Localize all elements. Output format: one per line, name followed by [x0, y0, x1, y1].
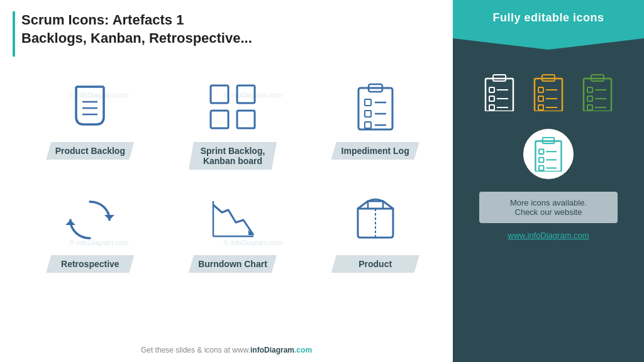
impediment-log-label: Impediment Log — [331, 142, 419, 160]
footer: Get these slides & icons at www.infoDiag… — [141, 346, 312, 354]
sidebar-banner: Fully editable icons — [453, 0, 644, 38]
svg-rect-44 — [587, 96, 592, 101]
icon-cell-sprint-backlog: Sprint Backlog, Kanban board — [162, 75, 304, 170]
page-title-line1: Scrum Icons: Artefacts 1 — [21, 11, 252, 30]
svg-rect-6 — [211, 111, 228, 128]
product-backlog-label: Product Backlog — [46, 142, 134, 160]
sidebar-icon-orange — [530, 71, 567, 114]
svg-rect-4 — [211, 85, 228, 103]
svg-rect-14 — [365, 122, 371, 128]
more-icons-text: More icons available. Check our website — [479, 192, 618, 223]
svg-rect-30 — [489, 105, 494, 110]
sidebar-link[interactable]: www.infoDiagram.com — [508, 231, 589, 240]
svg-rect-26 — [489, 87, 494, 92]
product-icon — [344, 189, 407, 251]
svg-marker-17 — [65, 220, 75, 225]
sidebar: Fully editable icons — [453, 0, 644, 362]
sprint-backlog-icon — [201, 75, 264, 138]
retrospective-label: Retrospective — [46, 255, 134, 273]
icon-cell-burndown: Burndown Chart — [162, 189, 304, 273]
burndown-icon — [201, 189, 264, 251]
svg-rect-10 — [365, 99, 371, 106]
svg-rect-7 — [237, 111, 255, 128]
svg-rect-36 — [538, 96, 543, 101]
product-backlog-icon — [58, 75, 121, 138]
icon-cell-product: Product — [304, 189, 447, 273]
svg-rect-46 — [587, 105, 592, 110]
svg-rect-34 — [538, 87, 543, 92]
sidebar-icon-white — [480, 71, 518, 114]
product-label: Product — [331, 255, 419, 273]
sidebar-icon-green — [579, 71, 616, 114]
burndown-label: Burndown Chart — [189, 255, 277, 273]
sidebar-title: Fully editable icons — [492, 11, 604, 24]
icon-cell-product-backlog: Product Backlog — [19, 75, 162, 170]
svg-rect-5 — [237, 85, 255, 103]
svg-rect-8 — [358, 88, 392, 129]
svg-rect-28 — [489, 96, 494, 101]
page-title-line2: Backlogs, Kanban, Retrospective... — [21, 30, 252, 48]
footer-brand: infoDiagram — [250, 346, 294, 354]
svg-rect-50 — [539, 150, 543, 154]
title-text: Scrum Icons: Artefacts 1 Backlogs, Kanba… — [21, 11, 252, 47]
title-accent-bar — [13, 11, 15, 57]
svg-marker-16 — [104, 215, 114, 220]
sidebar-icon-row — [480, 71, 616, 114]
retrospective-icon — [58, 189, 121, 251]
sprint-backlog-label: Sprint Backlog, Kanban board — [189, 142, 277, 170]
svg-rect-54 — [539, 166, 543, 170]
svg-rect-52 — [539, 158, 543, 162]
icon-cell-impediment-log: Impediment Log — [304, 75, 447, 170]
svg-rect-12 — [365, 111, 371, 117]
impediment-log-icon — [344, 75, 407, 138]
main-area: Scrum Icons: Artefacts 1 Backlogs, Kanba… — [0, 0, 453, 362]
svg-rect-38 — [538, 105, 543, 110]
icon-grid: Product Backlog Sprint Backlog, Kanban b… — [19, 75, 447, 273]
icon-cell-retrospective: Retrospective — [19, 189, 162, 273]
svg-rect-42 — [587, 87, 592, 92]
sidebar-circle-icon — [523, 129, 574, 179]
